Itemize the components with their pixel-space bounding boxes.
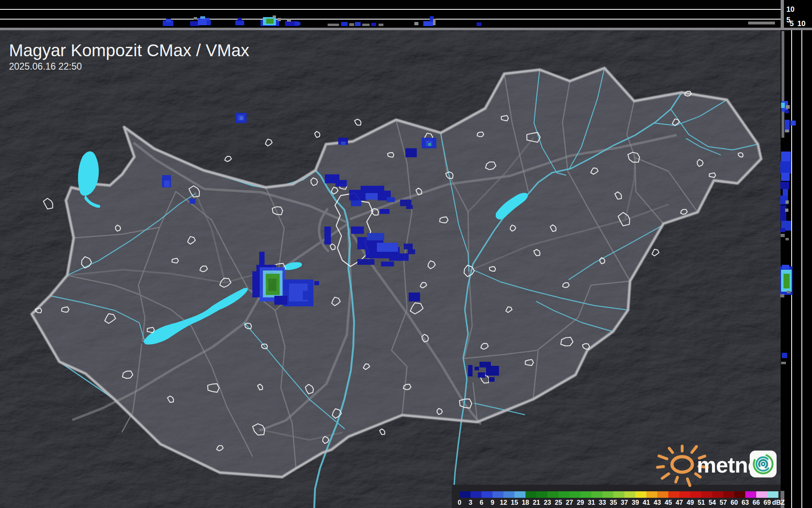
radar-echo: [381, 262, 394, 266]
right-axis-tick-5: 5: [790, 20, 794, 28]
colorbar-cell: [558, 491, 570, 498]
colorbar-cell: [460, 491, 471, 498]
radar-echo: [351, 200, 361, 206]
radar-echo: [268, 279, 276, 291]
radar-echo: [303, 291, 312, 300]
top-profile-echo: [349, 23, 354, 26]
top-profile-echo: [477, 22, 482, 26]
colorbar-cell: [613, 491, 625, 498]
colorbar-cell: [547, 491, 559, 498]
right-profile-echo: [780, 228, 785, 232]
right-axis-tick-10: 10: [797, 20, 805, 28]
colorbar-cell: [679, 491, 691, 498]
radar-echo: [406, 205, 413, 209]
top-profile-echo: [433, 19, 436, 25]
colorbar-cell: [525, 491, 537, 498]
colorbar-cell: [602, 491, 614, 498]
radar-echo: [324, 227, 331, 244]
top-axis-tick-10: 10: [786, 5, 794, 13]
colorbar-tick-label: 9: [491, 499, 495, 506]
top-profile-echo: [273, 15, 276, 18]
radar-echo: [387, 197, 395, 202]
radar-echo: [377, 243, 398, 252]
right-profile-echo: [781, 173, 790, 181]
top-profile-echo: [207, 20, 211, 25]
top-profile-echo: [328, 24, 339, 26]
right-profile-echo: [786, 105, 790, 109]
top-profile-echo: [414, 22, 418, 25]
top-profile-echo: [287, 19, 291, 22]
colorbar-cell: [668, 491, 680, 498]
radar-echo: [351, 227, 364, 234]
top-profile-echo: [379, 24, 383, 26]
colorbar-cell: [646, 491, 658, 498]
right-profile-echo: [786, 200, 789, 204]
radar-echo: [274, 296, 287, 305]
colorbar-cell: [591, 491, 603, 498]
top-profile-background: [0, 0, 781, 28]
radar-echo: [486, 366, 499, 376]
colorbar-labels: 0369121518212325272931333537394143454749…: [458, 499, 771, 506]
right-profile-echo: [782, 265, 789, 269]
colorbar-tick-label: 21: [533, 499, 540, 506]
colorbar: 0369121518212325272931333537394143454749…: [452, 485, 785, 508]
colorbar-tick-label: 63: [742, 499, 749, 506]
colorbar-cell: [657, 491, 669, 498]
right-profile-echo: [782, 353, 787, 358]
colorbar-tick-label: 3: [469, 499, 473, 506]
colorbar-tick-label: 25: [555, 499, 562, 506]
radar-echo: [478, 372, 485, 378]
colorbar-tick-label: 49: [687, 499, 694, 506]
sun-ray: [676, 477, 677, 482]
colorbar-cell: [701, 491, 713, 498]
right-profile-echo: [787, 291, 790, 293]
colorbar-tick-label: 35: [610, 499, 617, 506]
radar-echo: [335, 180, 347, 187]
colorbar-cells: [460, 491, 779, 498]
colorbar-tick-label: 54: [709, 499, 716, 506]
top-profile-echo: [362, 24, 370, 26]
right-profile-panel: [780, 30, 812, 508]
right-profile-echo: [780, 205, 786, 221]
radar-echo: [240, 117, 243, 120]
colorbar-tick-label: 57: [720, 499, 727, 506]
radar-viewer: 10 5 5 10 Magyar Kompozit CMax / VMax 20…: [0, 0, 812, 508]
colorbar-tick-label: 47: [676, 499, 683, 506]
right-profile-echo: [780, 182, 789, 189]
right-profile-echo: [786, 238, 789, 240]
top-profile-panel: [0, 0, 781, 28]
top-profile-echo: [166, 19, 171, 22]
radar-echo: [489, 377, 495, 382]
radar-echo: [164, 180, 170, 187]
page-title: Magyar Kompozit CMax / VMax: [9, 41, 250, 60]
top-profile-echo: [266, 19, 274, 24]
colorbar-tick-label: 6: [480, 499, 484, 506]
right-profile-echo: [780, 161, 791, 174]
right-profile-echo: [785, 110, 789, 113]
colorbar-cell: [690, 491, 702, 498]
radar-echo: [341, 142, 346, 145]
top-profile-echo: [190, 21, 199, 26]
radar-echo: [475, 367, 479, 370]
radar-echo: [404, 244, 413, 249]
colorbar-tick-label: 23: [544, 499, 551, 506]
colorbar-tick-label: 0: [458, 499, 462, 506]
colorbar-cell: [514, 491, 526, 498]
horizontal-divider: [0, 28, 812, 30]
colorbar-cell: [569, 491, 581, 498]
right-profile-echo: [784, 274, 790, 288]
radar-echo: [190, 199, 195, 204]
colorbar-tick-label: 41: [643, 499, 650, 506]
right-profile-echo: [783, 189, 788, 196]
colorbar-cell: [635, 491, 647, 498]
colorbar-tick-label: 45: [665, 499, 672, 506]
colorbar-tick-label: 12: [500, 499, 507, 506]
sun-ray: [657, 466, 663, 467]
colorbar-tick-label: 33: [599, 499, 606, 506]
top-profile-echo: [238, 18, 242, 21]
radar-echo: [357, 259, 374, 265]
timestamp: 2025.06.16 22:50: [9, 61, 82, 72]
colorbar-cell: [745, 491, 757, 498]
colorbar-cell: [734, 491, 746, 498]
colorbar-cell: [482, 491, 493, 498]
